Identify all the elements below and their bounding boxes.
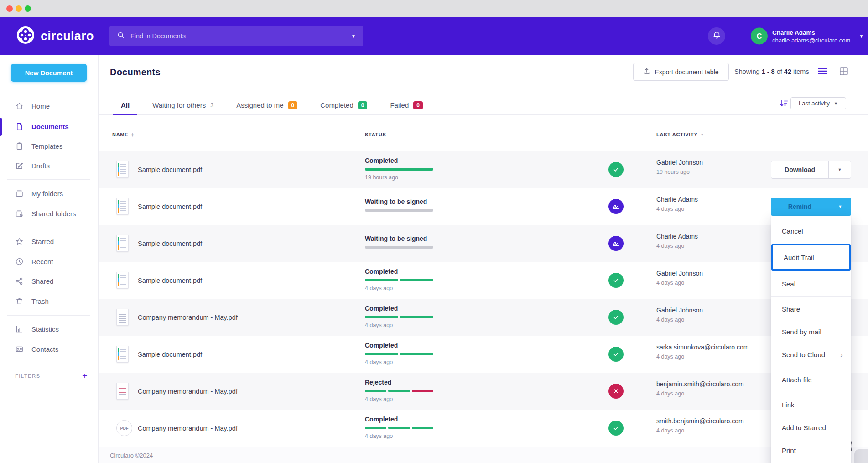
list-view-icon <box>818 68 827 77</box>
menu-item-send-to-cloud[interactable]: Send to Cloud › <box>771 343 851 366</box>
sidebar-item-starred[interactable]: Starred <box>0 233 98 250</box>
more-actions-chevron-icon[interactable]: ▼ <box>828 161 851 178</box>
sidebar-item-shared[interactable]: Shared <box>0 273 98 289</box>
menu-item-attach-file[interactable]: Attach file <box>771 368 851 391</box>
tab-waiting-for-others[interactable]: Waiting for others 3 <box>152 96 213 114</box>
menu-item-link[interactable]: Link <box>771 393 851 416</box>
menu-divider <box>771 367 851 367</box>
user-menu[interactable]: C Charlie Adams charlie.adams@circularo.… <box>751 28 863 45</box>
last-activity-cell: Gabriel Johnson 4 days ago <box>656 307 703 323</box>
list-view-toggle[interactable] <box>817 67 828 78</box>
tab-failed[interactable]: Failed 0 <box>390 96 423 114</box>
menu-divider <box>771 392 851 392</box>
sidebar-item-home[interactable]: Home <box>0 98 98 114</box>
document-table: Sample document.pdf Completed 19 hours a… <box>99 151 868 447</box>
table-row[interactable]: PDF Company memorandum - May.pdf Complet… <box>99 410 868 447</box>
main-content: Documents Export document table Showing … <box>99 55 868 463</box>
sort-direction-icon[interactable] <box>780 99 789 108</box>
document-name[interactable]: Sample document.pdf <box>138 203 202 210</box>
shared-folder-icon <box>15 209 24 218</box>
export-document-table-button[interactable]: Export document table <box>633 63 729 81</box>
home-icon <box>15 102 24 110</box>
sort-glyphs-icon: ▲▼ <box>131 132 134 137</box>
status-cell: Completed 4 days ago <box>365 305 433 328</box>
document-name[interactable]: Company memorandum - May.pdf <box>138 314 238 321</box>
window-title-bar <box>0 0 868 17</box>
download-split-button[interactable]: Download ▼ <box>771 161 851 179</box>
notifications-button[interactable] <box>708 27 725 45</box>
table-row[interactable]: Sample document.pdf Completed 4 days ago… <box>99 262 868 299</box>
sidebar-item-trash[interactable]: Trash <box>0 293 98 309</box>
column-header-last-activity[interactable]: LAST ACTIVITY ▼ <box>656 132 704 137</box>
more-actions-chevron-icon[interactable]: ▼ <box>829 198 851 216</box>
minimize-window-button[interactable] <box>16 5 22 12</box>
status-rejected-icon <box>608 384 624 399</box>
last-activity-cell: Gabriel Johnson 4 days ago <box>656 270 703 286</box>
status-cell: Completed 4 days ago <box>365 416 433 439</box>
tab-assigned-to-me[interactable]: Assigned to me 0 <box>236 96 297 114</box>
search-input[interactable] <box>130 32 346 40</box>
table-row[interactable]: Sample document.pdf Completed 19 hours a… <box>99 151 868 188</box>
document-name[interactable]: Company memorandum - May.pdf <box>138 388 238 395</box>
close-window-button[interactable] <box>6 5 13 12</box>
progress-bar <box>365 209 433 212</box>
statistics-icon <box>15 325 24 333</box>
tab-badge: 0 <box>358 101 368 109</box>
sidebar-item-shared-folders[interactable]: Shared folders <box>0 205 98 222</box>
status-waiting-signature-icon <box>608 199 624 214</box>
sidebar-item-documents[interactable]: Documents <box>0 118 98 135</box>
menu-item-audit-trail-highlight: Audit Trail <box>771 244 851 271</box>
menu-item-send-by-mail[interactable]: Send by mail <box>771 320 851 343</box>
sidebar: New Document Home Documents Templates Dr… <box>0 55 99 463</box>
brand-logo[interactable]: circularo <box>16 26 94 46</box>
new-document-button[interactable]: New Document <box>11 64 87 82</box>
status-completed-icon <box>608 347 624 362</box>
document-name[interactable]: Sample document.pdf <box>138 277 202 284</box>
global-search[interactable]: ▼ <box>109 26 363 46</box>
brand-name: circularo <box>41 29 94 43</box>
copyright: Circularo ©2024 <box>110 452 153 459</box>
sidebar-divider <box>7 179 90 180</box>
search-scope-chevron-icon[interactable]: ▼ <box>351 34 356 39</box>
sidebar-item-my-folders[interactable]: My folders <box>0 185 98 202</box>
user-menu-chevron-icon: ▼ <box>859 34 863 39</box>
menu-item-seal[interactable]: Seal <box>771 272 851 295</box>
column-header-status[interactable]: STATUS <box>365 132 386 137</box>
table-row[interactable]: Sample document.pdf Waiting to be signed… <box>99 188 868 225</box>
add-filter-button[interactable]: + <box>82 371 88 380</box>
sidebar-item-drafts[interactable]: Drafts <box>0 157 98 174</box>
document-name[interactable]: Sample document.pdf <box>138 351 202 358</box>
table-row[interactable]: Sample document.pdf Completed 4 days ago… <box>99 336 868 373</box>
sidebar-divider <box>7 227 90 227</box>
column-header-name[interactable]: NAME ▲▼ <box>112 132 134 137</box>
last-activity-cell: smith.benjamin@circularo.com 4 days ago <box>656 417 744 434</box>
grid-view-toggle[interactable] <box>838 67 849 78</box>
progress-bar <box>365 390 433 392</box>
sidebar-item-contacts[interactable]: Contacts <box>0 341 98 357</box>
tab-completed[interactable]: Completed 0 <box>320 96 367 114</box>
document-name[interactable]: Sample document.pdf <box>138 166 202 173</box>
sort-caret-icon: ▼ <box>701 133 705 137</box>
sidebar-item-recent[interactable]: Recent <box>0 253 98 270</box>
table-row[interactable]: Company memorandum - May.pdf Rejected 4 … <box>99 373 868 410</box>
document-name[interactable]: Company memorandum - May.pdf <box>138 425 238 432</box>
app-header: circularo ▼ C Charlie Adams charlie.adam… <box>0 17 868 55</box>
sidebar-item-statistics[interactable]: Statistics <box>0 321 98 337</box>
status-completed-icon <box>608 273 624 288</box>
remind-split-button[interactable]: Remind ▼ <box>771 198 851 216</box>
table-row[interactable]: Sample document.pdf Waiting to be signed… <box>99 225 868 262</box>
maximize-window-button[interactable] <box>25 5 31 12</box>
tab-all[interactable]: All <box>121 96 130 114</box>
menu-item-cancel[interactable]: Cancel <box>771 219 851 242</box>
sidebar-item-templates[interactable]: Templates <box>0 138 98 154</box>
table-row[interactable]: Company memorandum - May.pdf Completed 4… <box>99 299 868 336</box>
document-thumbnail-icon <box>116 161 129 178</box>
menu-item-add-to-starred[interactable]: Add to Starred <box>771 416 851 439</box>
menu-item-print[interactable]: Print <box>771 439 851 462</box>
document-name[interactable]: Sample document.pdf <box>138 240 202 247</box>
sort-by-dropdown[interactable]: Last activity ▼ <box>790 97 846 109</box>
showing-range: 1 - 8 <box>762 68 775 75</box>
menu-item-share[interactable]: Share <box>771 297 851 320</box>
menu-item-audit-trail[interactable]: Audit Trail <box>773 245 849 269</box>
last-activity-cell: Charlie Adams 4 days ago <box>656 233 698 249</box>
